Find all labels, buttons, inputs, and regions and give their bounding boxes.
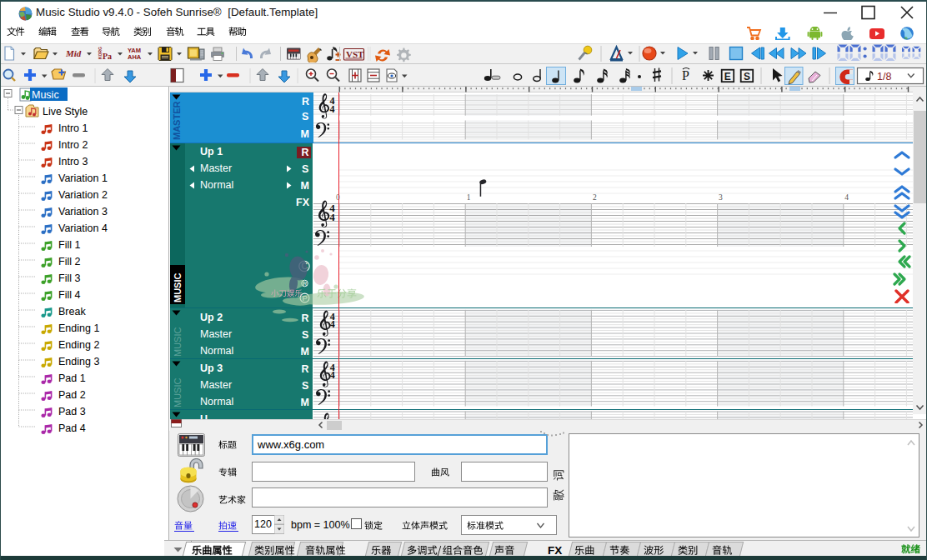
svg-text:S: S (744, 71, 750, 82)
svg-text:E: E (724, 71, 731, 82)
svg-text:Mid: Mid (65, 48, 82, 58)
svg-text:1/8: 1/8 (877, 71, 891, 82)
svg-text:VST: VST (346, 49, 364, 59)
svg-text:AHA: AHA (128, 53, 142, 61)
svg-text:P: P (682, 68, 689, 82)
svg-text:Pa: Pa (103, 52, 112, 61)
